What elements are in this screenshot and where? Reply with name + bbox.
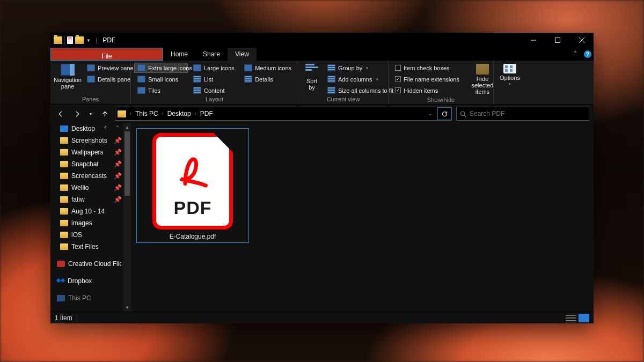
layout-medium[interactable]: Medium icons — [241, 63, 295, 73]
layout-large[interactable]: Large icons — [190, 63, 239, 73]
view-details-toggle[interactable] — [566, 314, 576, 322]
checkbox-icon — [395, 65, 401, 71]
folder-icon — [60, 184, 68, 191]
tab-home[interactable]: Home — [163, 48, 195, 61]
address-folder-icon — [118, 110, 126, 117]
scroll-up-icon[interactable]: ▲ — [123, 123, 131, 131]
recent-dropdown[interactable]: ▾ — [87, 108, 94, 120]
qat-customize-icon[interactable]: ▼ — [86, 36, 91, 44]
sidebar-item-fatiw[interactable]: fatiw📌 — [50, 194, 123, 205]
sidebar-item-label: Wellio — [71, 184, 89, 191]
scroll-down-icon[interactable]: ▼ — [123, 303, 131, 312]
sidebar[interactable]: Desktop˄ Screenshots📌 Wallpapers📌 Snapch… — [50, 123, 123, 312]
pin-icon: 📌 — [114, 196, 121, 203]
file-extensions-toggle[interactable]: File name extensions — [392, 74, 463, 84]
sidebar-item-label: This PC — [68, 294, 91, 302]
folder-icon — [60, 220, 68, 226]
address-bar[interactable]: › This PC › Desktop › PDF ⌄ — [115, 107, 452, 121]
sidebar-item-this-pc[interactable]: This PC — [50, 292, 123, 304]
close-button[interactable] — [569, 33, 594, 48]
preview-pane-button[interactable]: Preview pane — [84, 63, 137, 73]
sidebar-item-snapchat[interactable]: Snapchat📌 — [50, 158, 123, 170]
file-item[interactable]: PDF E-Catalogue.pdf — [136, 128, 249, 243]
sort-by-button[interactable]: Sort by — [302, 63, 322, 92]
folder-icon — [60, 243, 68, 250]
sidebar-item-images[interactable]: images — [50, 217, 123, 229]
breadcrumb-pdf[interactable]: PDF — [199, 110, 214, 117]
item-checkboxes-toggle[interactable]: Item check boxes — [392, 63, 463, 73]
content-area[interactable]: PDF E-Catalogue.pdf — [131, 123, 594, 312]
sidebar-item-aug[interactable]: Aug 10 - 14 — [50, 205, 123, 217]
group-by-button[interactable]: Group by▾ — [324, 63, 397, 73]
up-button[interactable] — [99, 108, 111, 120]
refresh-button[interactable] — [437, 107, 451, 120]
search-box[interactable] — [456, 107, 589, 121]
layout-tiles[interactable]: Tiles — [134, 85, 188, 95]
titlebar[interactable]: ▼ | PDF — [50, 33, 594, 48]
sidebar-item-dropbox[interactable]: Dropbox — [50, 275, 123, 287]
breadcrumb-desktop[interactable]: Desktop — [166, 110, 192, 117]
scroll-thumb[interactable] — [125, 131, 130, 196]
sidebar-item-wallpapers[interactable]: Wallpapers📌 — [50, 146, 123, 158]
collapse-ribbon-icon[interactable]: ˄ — [569, 48, 582, 61]
search-input[interactable] — [470, 110, 586, 117]
sidebar-item-desktop[interactable]: Desktop˄ — [50, 123, 123, 135]
layout-extra-large[interactable]: Extra large icons — [134, 63, 188, 73]
chevron-right-icon[interactable]: › — [193, 111, 198, 116]
qat-folder-icon[interactable] — [54, 36, 62, 44]
sidebar-item-wellio[interactable]: Wellio📌 — [50, 182, 123, 194]
group-layout: Extra large icons Small icons Tiles Larg… — [131, 61, 298, 104]
sidebar-item-label: Text Files — [71, 243, 99, 250]
back-button[interactable] — [55, 108, 67, 120]
sidebar-item-textfiles[interactable]: Text Files — [50, 241, 123, 253]
options-label: Options — [500, 75, 520, 81]
status-separator — [77, 314, 77, 322]
group-show-hide-label: Show/hide — [389, 96, 493, 105]
tab-file[interactable]: File — [50, 48, 163, 61]
qat-properties-icon[interactable] — [67, 36, 73, 44]
address-dropdown-icon[interactable]: ⌄ — [425, 111, 436, 116]
sidebar-item-screencasts[interactable]: Screencasts📌 — [50, 170, 123, 182]
layout-details[interactable]: Details — [241, 74, 295, 84]
add-columns-button[interactable]: Add columns▾ — [324, 74, 397, 84]
layout-content[interactable]: Content — [190, 85, 239, 95]
view-large-toggle[interactable] — [579, 314, 589, 322]
layout-large-label: Large icons — [204, 65, 235, 71]
options-icon — [503, 64, 516, 73]
size-columns-button[interactable]: Size all columns to fit — [324, 85, 397, 95]
chevron-down-icon: ▾ — [509, 82, 511, 86]
sidebar-item-ios[interactable]: iOS — [50, 229, 123, 241]
tab-view[interactable]: View — [228, 48, 257, 61]
maximize-button[interactable] — [545, 33, 569, 48]
sidebar-item-label: Snapchat — [71, 160, 99, 168]
sidebar-scrollbar[interactable]: ▲ ▼ — [123, 123, 131, 312]
help-button[interactable]: ? — [582, 48, 594, 61]
hidden-items-toggle[interactable]: Hidden items — [392, 85, 463, 95]
details-pane-button[interactable]: Details pane — [84, 74, 137, 84]
status-bar: 1 item — [50, 312, 594, 323]
breadcrumb-this-pc[interactable]: This PC — [134, 110, 159, 117]
layout-small[interactable]: Small icons — [134, 74, 188, 84]
chevron-right-icon[interactable]: › — [160, 111, 165, 116]
layout-list[interactable]: List — [190, 74, 239, 84]
chevron-right-icon[interactable]: › — [128, 111, 133, 116]
navigation-pane-button[interactable]: Navigation pane — [54, 63, 82, 91]
qat-newfolder-icon[interactable] — [75, 36, 84, 44]
folder-icon — [60, 232, 68, 238]
layout-list-label: List — [204, 76, 213, 83]
sidebar-item-label: iOS — [71, 231, 82, 239]
options-button[interactable]: Options ▾ — [496, 63, 524, 87]
folder-icon — [60, 208, 68, 215]
details-pane-icon — [87, 76, 95, 83]
group-options: Options ▾ — [494, 61, 526, 104]
minimize-button[interactable] — [521, 33, 545, 48]
sidebar-item-screenshots[interactable]: Screenshots📌 — [50, 135, 123, 146]
item-checkboxes-label: Item check boxes — [404, 65, 450, 71]
preview-pane-label: Preview pane — [98, 65, 134, 71]
group-panes: Navigation pane Preview pane Details pan… — [50, 61, 131, 104]
quick-access-toolbar: ▼ — [50, 36, 94, 45]
tab-share[interactable]: Share — [195, 48, 228, 61]
sidebar-item-creative-cloud[interactable]: Creative Cloud Files — [50, 258, 123, 270]
status-item-count: 1 item — [55, 314, 72, 322]
forward-button[interactable] — [71, 108, 83, 120]
